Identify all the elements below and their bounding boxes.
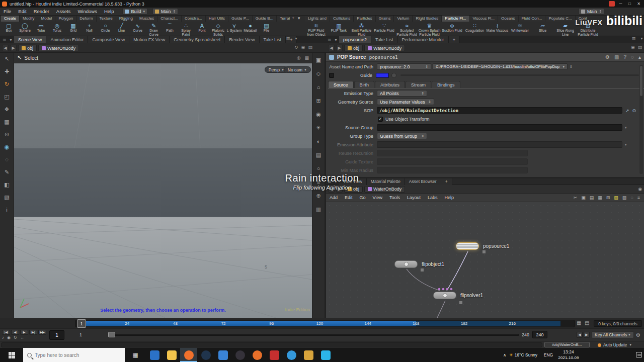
network-menu-help[interactable]: Help bbox=[441, 195, 457, 200]
shelf-tab-guide-p-[interactable]: Guide P... bbox=[228, 16, 253, 22]
shelf-tool-curve[interactable]: ∿Curve bbox=[130, 22, 145, 36]
end-frame-field[interactable]: 240 bbox=[532, 331, 547, 338]
layout-view-icon[interactable]: ▣ bbox=[316, 57, 321, 64]
clock[interactable]: 13:24 2021-10-09 bbox=[554, 349, 583, 360]
menu-windows[interactable]: Windows bbox=[74, 8, 101, 16]
desktop-selector[interactable]: Build ▾ bbox=[122, 8, 147, 15]
start-button[interactable] bbox=[0, 348, 23, 362]
shelf-tab-fluid-con-[interactable]: Fluid Con... bbox=[519, 16, 546, 22]
shelf-tool-coagulation[interactable]: ∷Coagulation bbox=[463, 22, 486, 36]
shelf-tool-path[interactable]: ⌒Path bbox=[162, 22, 178, 36]
shelf-tool-crown-splash-particle-fluid[interactable]: ♛Crown Splash Particle Fluid bbox=[418, 22, 441, 36]
shelf-tool-flip-fluid-from-object[interactable]: ≋FLIP Fluid from Object bbox=[305, 22, 328, 36]
shelf-tool-grid[interactable]: ▦Grid bbox=[65, 22, 81, 36]
pane-menu-icon[interactable]: ▾ bbox=[295, 36, 297, 41]
asset-path-dropdown[interactable]: C:/PROGRA~1/SIDEEF~1/HOUDIN~1.633/houdin… bbox=[433, 63, 568, 70]
next-frame-button[interactable]: ▶| bbox=[29, 330, 37, 335]
shelf-tab-constra-[interactable]: Constra... bbox=[182, 16, 206, 22]
camera-menu[interactable]: No cam ▼ bbox=[284, 66, 311, 73]
pane-layout-icon[interactable]: ⊞ bbox=[326, 179, 333, 184]
shelf-tool-suction-fluid[interactable]: ≎Suction Fluid bbox=[441, 22, 463, 36]
pane-tab-popsource2[interactable]: popsource2 bbox=[339, 36, 371, 43]
param-tab-birth[interactable]: Birth bbox=[354, 81, 375, 88]
guide-checkbox[interactable] bbox=[329, 73, 334, 78]
display-options-icon[interactable]: ▤ bbox=[316, 152, 321, 159]
shelf-tool-sculpted-particle-fluid[interactable]: ≈Sculpted Particle Fluid bbox=[395, 22, 418, 36]
pane-split-icon[interactable]: ▥ bbox=[286, 36, 290, 41]
prev-frame-button[interactable]: ◀ bbox=[11, 330, 19, 335]
asset-version-dropdown[interactable]: popsource::2.0 ⇕ bbox=[377, 63, 431, 70]
secure-selection-icon[interactable]: ◎ bbox=[297, 55, 301, 60]
mail-app-icon[interactable] bbox=[146, 348, 163, 362]
network-menu-view[interactable]: View bbox=[369, 195, 386, 200]
chevron-down-icon[interactable]: ▾ bbox=[333, 38, 339, 42]
parameters-scrollbar[interactable] bbox=[639, 65, 643, 174]
refresh-icon[interactable]: ↻ bbox=[294, 45, 298, 50]
search-icon[interactable]: ◌ bbox=[631, 54, 634, 60]
network-menu-tools[interactable]: Tools bbox=[386, 195, 404, 200]
obs-app-icon[interactable] bbox=[231, 348, 249, 362]
pane-tab-asset-browser[interactable]: Asset Browser bbox=[405, 178, 441, 185]
node-popsource1[interactable] bbox=[456, 242, 479, 250]
menu-render[interactable]: Render bbox=[30, 8, 53, 16]
handles-tool-icon[interactable]: ❖ bbox=[5, 106, 10, 114]
network-canvas[interactable]: popsource1flipobject1flipsolver1 bbox=[326, 202, 644, 318]
pane-tab-motion-fx-view[interactable]: Motion FX View bbox=[129, 36, 170, 43]
param-tab-stream[interactable]: Stream bbox=[406, 81, 431, 88]
pane-split-icon[interactable]: ▥ bbox=[632, 36, 636, 41]
shelf-tool-slice-along-line[interactable]: ▰Slice Along Line bbox=[554, 22, 577, 36]
shelf-tool-distribute-particle-fluid[interactable]: ⊞Distribute Particle Fluid bbox=[577, 22, 599, 36]
forward-button[interactable]: ▶ bbox=[336, 186, 343, 193]
pane-tab-tree-view[interactable]: Tree View bbox=[339, 178, 367, 185]
pane-layout-icon[interactable]: ⊞ bbox=[1, 38, 8, 42]
scale-tool-icon[interactable]: ◰ bbox=[4, 94, 9, 101]
shelf-tab-populate-c-[interactable]: Populate C... bbox=[545, 16, 575, 22]
anim-options-icon[interactable]: ▦ bbox=[577, 320, 581, 326]
back-button[interactable]: ◀ bbox=[2, 45, 9, 51]
forward-button[interactable]: ▶ bbox=[10, 45, 17, 51]
overview-icon[interactable]: ≡ bbox=[637, 195, 640, 200]
playhead-marker[interactable]: 1 bbox=[77, 319, 86, 328]
snapshot-icon[interactable]: ○ bbox=[317, 165, 320, 173]
template-tool-icon[interactable]: ▧ bbox=[4, 194, 9, 202]
param-tab-source[interactable]: Source bbox=[328, 81, 354, 88]
add-pane-tab-button[interactable]: + bbox=[449, 36, 460, 43]
shelf-tab-vellum[interactable]: Vellum bbox=[394, 16, 413, 22]
main-selector[interactable]: Main ⇕ bbox=[152, 8, 178, 15]
play-button[interactable]: ▶ bbox=[20, 330, 28, 335]
prev-key-button[interactable]: ◀ bbox=[577, 332, 583, 338]
pin-icon[interactable]: ◉ bbox=[301, 45, 305, 50]
shelf-tab-viscous-fl-[interactable]: Viscous Fl... bbox=[470, 16, 498, 22]
display-flags-icon[interactable]: ▣ bbox=[581, 195, 586, 200]
view-tool-icon[interactable]: ◉ bbox=[5, 144, 10, 151]
presets-icon[interactable]: ▥ bbox=[614, 54, 619, 60]
brush-tool-icon[interactable]: ✎ bbox=[5, 169, 9, 176]
range-slider-handle[interactable] bbox=[108, 332, 115, 337]
param-dropdown[interactable]: Use Parameter Values⇕ bbox=[377, 99, 434, 105]
key-mode-dropdown[interactable]: Key All Channels ▼ bbox=[592, 331, 634, 338]
forward-button[interactable]: ▶ bbox=[336, 45, 343, 51]
network-menu-go[interactable]: Go bbox=[356, 195, 369, 200]
shelf-tool-box[interactable]: ▢Box bbox=[1, 22, 17, 36]
next-key-button[interactable]: ▶ bbox=[584, 332, 590, 338]
shelf-tool-circle[interactable]: ○Circle bbox=[98, 22, 113, 36]
snap-grid-icon[interactable]: ▦ bbox=[4, 119, 9, 126]
info-tool-icon[interactable]: i bbox=[6, 207, 7, 214]
shelf-tool-particle-fluid[interactable]: ∵Particle Fluid bbox=[373, 22, 395, 36]
context-path-button[interactable]: /obj/WaterOnB... bbox=[544, 342, 590, 347]
shelf-tool-whitewater[interactable]: ≅Whitewater bbox=[509, 22, 531, 36]
shelf-tab-guide-b-[interactable]: Guide B... bbox=[253, 16, 277, 22]
rotate-tool-icon[interactable]: ↻ bbox=[5, 81, 9, 88]
shelf-tool-torus[interactable]: ◎Torus bbox=[49, 22, 65, 36]
store-app-icon[interactable] bbox=[214, 348, 231, 362]
shelf-tab-rigging[interactable]: Rigging bbox=[116, 16, 136, 22]
shelf-tab-deform[interactable]: Deform bbox=[76, 16, 96, 22]
pane-menu-icon[interactable]: ▾ bbox=[641, 36, 643, 41]
back-button[interactable]: ◀ bbox=[328, 186, 335, 193]
network-menu-add[interactable]: Add bbox=[326, 195, 341, 200]
pin-icon[interactable]: ◉ bbox=[638, 187, 642, 192]
language-indicator[interactable]: ENG bbox=[542, 352, 554, 357]
sticky-note-icon[interactable]: ▧ bbox=[614, 195, 618, 200]
timeline-track[interactable]: 24487296120144168192216 bbox=[75, 320, 575, 327]
shelf-tool-slice[interactable]: ▱Slice bbox=[531, 22, 554, 36]
